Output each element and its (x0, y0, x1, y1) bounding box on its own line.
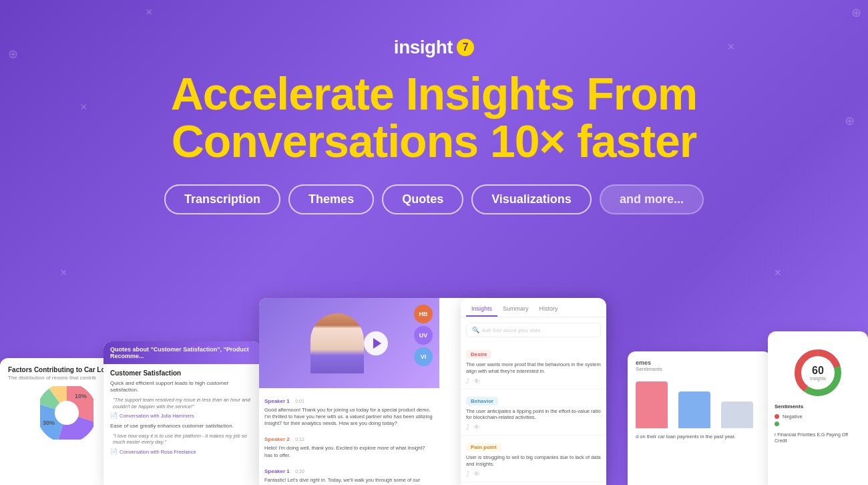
insight-desc-desire: The user wants more proof that the behav… (466, 361, 601, 375)
insight-block-desire: Desire The user wants more proof that th… (461, 343, 606, 389)
quotes-item-2: Ease of use greatly enhances customer sa… (110, 423, 254, 430)
eye-icon-3[interactable]: 👁 (473, 470, 480, 478)
quotes-header: Quotes about "Customer Satisfaction", "P… (103, 341, 260, 364)
donut-center: 60 Insights (810, 365, 826, 381)
share-icon[interactable]: ⤴ (466, 377, 469, 385)
insight-block-pain: Pain point User is struggling to sell to… (461, 436, 606, 482)
hero-section: insight 7 Accelerate Insights From Conve… (0, 0, 868, 236)
financial-text: r Financial Priorities E.G Paying Off Cr… (775, 432, 861, 444)
dot-positive (775, 422, 779, 426)
svg-point-5 (55, 401, 79, 425)
tab-summary[interactable]: Summary (497, 303, 534, 317)
dot-negative (775, 414, 779, 419)
insights-tabs: Insights Summary History (461, 298, 606, 317)
share-icon-2[interactable]: ⤴ (466, 424, 469, 431)
sentiment-negative: Negative (775, 414, 861, 420)
transcript-line-3: Speaker 1 0:20 Fantastic! Let's dive rig… (264, 464, 434, 485)
video-play-button[interactable] (364, 331, 388, 355)
video-avatars: HB UV VI (414, 305, 433, 366)
logo-text: insight (394, 37, 453, 58)
insight-block-behavior: Behavior The user anticipates a tipping … (461, 389, 606, 436)
sentiment-positive (775, 422, 861, 426)
quotes-item-1: Quick and efficient support leads to hig… (110, 380, 254, 394)
card-insights: Insights Summary History 🔍 Ask Sov about… (461, 298, 606, 485)
transcript-line-2: Speaker 2 0:12 Hello! I'm doing well, th… (264, 432, 434, 458)
tag-desire: Desire (466, 350, 491, 359)
bar-negative (636, 381, 668, 428)
tag-pain: Pain point (466, 443, 501, 452)
pill-themes[interactable]: Themes (288, 184, 374, 214)
sentiments-sub-label: Sentiments (636, 366, 763, 372)
pill-quotes[interactable]: Quotes (382, 184, 463, 214)
search-icon: 🔍 (472, 327, 479, 333)
feature-pills: Transcription Themes Quotes Visualizatio… (164, 184, 704, 214)
card-bars: emes Sentiments d on their car loan paym… (628, 351, 771, 485)
deco-cross-3: × (60, 266, 67, 280)
pie-chart: 30% 10% (40, 386, 93, 440)
bar-chart (636, 377, 763, 431)
pill-visualizations[interactable]: Visualizations (471, 184, 592, 214)
sentiments-label: Sentiments (775, 403, 861, 410)
quotes-quote-1: "The support team resolved my issue in l… (110, 397, 254, 410)
bar-neutral (678, 391, 710, 428)
insights-search[interactable]: 🔍 Ask Sov about your data (466, 323, 601, 337)
video-thumbnail: HB UV VI (259, 298, 439, 388)
donut-chart: 60 Insights (791, 346, 845, 399)
avatar-uv: UV (414, 326, 433, 345)
transcript-line-1: Speaker 1 0:01 Good afternoon! Thank you… (264, 393, 434, 427)
pill-more[interactable]: and more... (600, 184, 704, 214)
pill-transcription[interactable]: Transcription (164, 184, 280, 214)
tab-insights[interactable]: Insights (466, 303, 497, 317)
insight-desc-behavior: The user anticipates a tipping point in … (466, 408, 601, 422)
insight-actions-behavior: ⤴ 👁 (466, 424, 601, 431)
insight-desc-pain: User is struggling to sell to big compan… (466, 454, 601, 468)
sentiment-negative-label: Negative (783, 414, 803, 420)
share-icon-3[interactable]: ⤴ (466, 470, 469, 478)
pie-label-30: 30% (43, 420, 55, 426)
avatar-hb: HB (414, 305, 433, 323)
deco-cross-5: × (774, 266, 781, 280)
bar-positive (721, 401, 753, 428)
eye-icon[interactable]: 👁 (473, 377, 480, 385)
headline: Accelerate Insights From Conversations 1… (171, 70, 697, 166)
avatar-vi: VI (414, 347, 433, 366)
video-panel: HB UV VI Speaker 1 0:01 Good afternoon! … (259, 298, 439, 485)
quotes-link-2: 📄 Conversation with Rosa Freelance (110, 448, 254, 455)
preview-area: Factors Contributing to Car Loa The dist… (0, 285, 868, 485)
headline-line1: Accelerate Insights From (171, 68, 697, 119)
eye-icon-2[interactable]: 👁 (473, 424, 480, 431)
card-quotes: Quotes about "Customer Satisfaction", "P… (103, 341, 260, 485)
tab-history[interactable]: History (534, 303, 564, 317)
insight-actions-desire: ⤴ 👁 (466, 377, 601, 385)
quotes-link-1: 📄 Conversation with Julia Hammers (110, 412, 254, 419)
themes-label: emes (636, 359, 763, 366)
logo-area: insight 7 (394, 37, 474, 58)
quotes-section-title: Customer Satisfaction (110, 369, 254, 377)
pie-label-10: 10% (75, 393, 87, 399)
quotes-quote-2: "I love how easy it is to use the platfo… (110, 433, 254, 446)
woman-silhouette (310, 313, 364, 373)
insight-actions-pain: ⤴ 👁 (466, 470, 601, 478)
logo-badge: 7 (457, 39, 474, 56)
transcript-area: Speaker 1 0:01 Good afternoon! Thank you… (259, 388, 439, 485)
tag-behavior: Behavior (466, 397, 498, 406)
card-donut: 60 Insights Sentiments Negative r Financ… (768, 331, 868, 485)
bars-text: d on their car loan payments in the past… (636, 434, 763, 440)
headline-line2: Conversations 10× faster (172, 116, 697, 166)
